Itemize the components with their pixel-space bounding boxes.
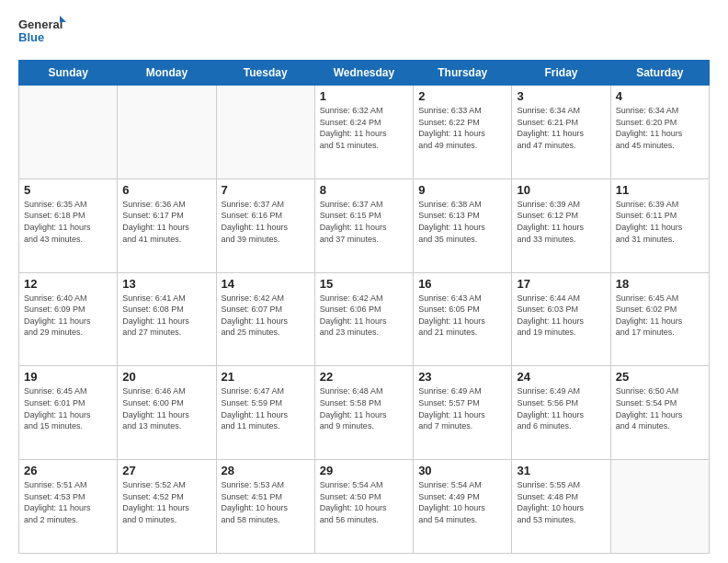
week-row-1: 1Sunrise: 6:32 AM Sunset: 6:24 PM Daylig… [19, 86, 710, 179]
day-number: 15 [320, 277, 408, 291]
day-number: 22 [320, 370, 408, 384]
day-info: Sunrise: 6:48 AM Sunset: 5:58 PM Dayligh… [320, 385, 408, 431]
day-cell: 26Sunrise: 5:51 AM Sunset: 4:53 PM Dayli… [19, 460, 118, 554]
day-number: 13 [122, 277, 210, 291]
day-number: 4 [616, 89, 704, 103]
day-number: 27 [122, 464, 210, 477]
day-number: 11 [616, 183, 704, 197]
day-cell: 9Sunrise: 6:38 AM Sunset: 6:13 PM Daylig… [414, 178, 512, 272]
day-cell: 10Sunrise: 6:39 AM Sunset: 6:12 PM Dayli… [512, 178, 610, 272]
day-number: 21 [222, 370, 310, 384]
day-info: Sunrise: 6:37 AM Sunset: 6:16 PM Dayligh… [222, 199, 310, 245]
day-cell: 30Sunrise: 5:54 AM Sunset: 4:49 PM Dayli… [414, 460, 512, 554]
col-header-wednesday: Wednesday [314, 61, 413, 86]
day-number: 3 [517, 89, 605, 103]
day-cell: 1Sunrise: 6:32 AM Sunset: 6:24 PM Daylig… [314, 86, 413, 179]
day-number: 9 [418, 183, 506, 197]
day-info: Sunrise: 6:35 AM Sunset: 6:18 PM Dayligh… [24, 199, 112, 245]
header: General Blue [18, 14, 710, 51]
day-cell: 4Sunrise: 6:34 AM Sunset: 6:20 PM Daylig… [610, 86, 709, 179]
logo: General Blue [18, 14, 69, 51]
day-info: Sunrise: 6:39 AM Sunset: 6:12 PM Dayligh… [517, 199, 605, 245]
day-info: Sunrise: 6:37 AM Sunset: 6:15 PM Dayligh… [320, 199, 408, 245]
day-info: Sunrise: 6:44 AM Sunset: 6:03 PM Dayligh… [517, 293, 605, 339]
col-header-monday: Monday [118, 61, 216, 86]
day-number: 24 [517, 370, 605, 384]
day-info: Sunrise: 5:52 AM Sunset: 4:52 PM Dayligh… [122, 479, 210, 525]
day-info: Sunrise: 6:33 AM Sunset: 6:22 PM Dayligh… [418, 105, 506, 151]
day-cell: 25Sunrise: 6:50 AM Sunset: 5:54 PM Dayli… [610, 366, 709, 460]
day-info: Sunrise: 6:47 AM Sunset: 5:59 PM Dayligh… [222, 385, 310, 431]
day-info: Sunrise: 6:42 AM Sunset: 6:07 PM Dayligh… [222, 293, 310, 339]
day-info: Sunrise: 5:53 AM Sunset: 4:51 PM Dayligh… [222, 479, 310, 525]
day-cell: 15Sunrise: 6:42 AM Sunset: 6:06 PM Dayli… [314, 272, 413, 366]
day-number: 12 [24, 277, 112, 291]
day-cell: 3Sunrise: 6:34 AM Sunset: 6:21 PM Daylig… [512, 86, 610, 179]
day-cell: 29Sunrise: 5:54 AM Sunset: 4:50 PM Dayli… [314, 460, 413, 554]
day-number: 28 [222, 464, 310, 477]
day-cell: 28Sunrise: 5:53 AM Sunset: 4:51 PM Dayli… [216, 460, 314, 554]
day-cell: 13Sunrise: 6:41 AM Sunset: 6:08 PM Dayli… [118, 272, 216, 366]
day-number: 1 [320, 89, 408, 103]
day-info: Sunrise: 6:45 AM Sunset: 6:01 PM Dayligh… [24, 385, 112, 431]
day-cell: 2Sunrise: 6:33 AM Sunset: 6:22 PM Daylig… [414, 86, 512, 179]
day-number: 26 [24, 464, 112, 477]
day-info: Sunrise: 6:38 AM Sunset: 6:13 PM Dayligh… [418, 199, 506, 245]
col-header-tuesday: Tuesday [216, 61, 314, 86]
day-cell [118, 86, 216, 179]
day-number: 16 [418, 277, 506, 291]
day-info: Sunrise: 6:40 AM Sunset: 6:09 PM Dayligh… [24, 293, 112, 339]
day-cell: 5Sunrise: 6:35 AM Sunset: 6:18 PM Daylig… [19, 178, 118, 272]
calendar-header-row: SundayMondayTuesdayWednesdayThursdayFrid… [19, 61, 710, 86]
week-row-4: 19Sunrise: 6:45 AM Sunset: 6:01 PM Dayli… [19, 366, 710, 460]
day-cell: 21Sunrise: 6:47 AM Sunset: 5:59 PM Dayli… [216, 366, 314, 460]
day-cell [216, 86, 314, 179]
day-number: 20 [122, 370, 210, 384]
page: General Blue SundayMondayTuesdayWednesda… [0, 0, 728, 563]
day-number: 14 [222, 277, 310, 291]
day-info: Sunrise: 6:32 AM Sunset: 6:24 PM Dayligh… [320, 105, 408, 151]
day-info: Sunrise: 6:50 AM Sunset: 5:54 PM Dayligh… [616, 385, 704, 431]
day-cell: 7Sunrise: 6:37 AM Sunset: 6:16 PM Daylig… [216, 178, 314, 272]
week-row-3: 12Sunrise: 6:40 AM Sunset: 6:09 PM Dayli… [19, 272, 710, 366]
svg-text:General: General [18, 17, 63, 31]
day-info: Sunrise: 5:54 AM Sunset: 4:49 PM Dayligh… [418, 479, 506, 525]
day-cell: 23Sunrise: 6:49 AM Sunset: 5:57 PM Dayli… [414, 366, 512, 460]
col-header-sunday: Sunday [19, 61, 118, 86]
week-row-2: 5Sunrise: 6:35 AM Sunset: 6:18 PM Daylig… [19, 178, 710, 272]
calendar: SundayMondayTuesdayWednesdayThursdayFrid… [18, 60, 710, 554]
day-info: Sunrise: 6:34 AM Sunset: 6:20 PM Dayligh… [616, 105, 704, 151]
day-number: 7 [222, 183, 310, 197]
col-header-saturday: Saturday [610, 61, 709, 86]
day-info: Sunrise: 6:43 AM Sunset: 6:05 PM Dayligh… [418, 293, 506, 339]
day-cell: 24Sunrise: 6:49 AM Sunset: 5:56 PM Dayli… [512, 366, 610, 460]
day-info: Sunrise: 6:49 AM Sunset: 5:57 PM Dayligh… [418, 385, 506, 431]
day-info: Sunrise: 6:36 AM Sunset: 6:17 PM Dayligh… [122, 199, 210, 245]
day-info: Sunrise: 5:51 AM Sunset: 4:53 PM Dayligh… [24, 479, 112, 525]
svg-text:Blue: Blue [18, 30, 44, 44]
logo-svg: General Blue [18, 14, 69, 51]
day-cell: 11Sunrise: 6:39 AM Sunset: 6:11 PM Dayli… [610, 178, 709, 272]
day-info: Sunrise: 5:55 AM Sunset: 4:48 PM Dayligh… [517, 479, 605, 525]
day-cell: 31Sunrise: 5:55 AM Sunset: 4:48 PM Dayli… [512, 460, 610, 554]
day-number: 2 [418, 89, 506, 103]
day-info: Sunrise: 6:42 AM Sunset: 6:06 PM Dayligh… [320, 293, 408, 339]
day-info: Sunrise: 6:46 AM Sunset: 6:00 PM Dayligh… [122, 385, 210, 431]
day-cell: 19Sunrise: 6:45 AM Sunset: 6:01 PM Dayli… [19, 366, 118, 460]
day-number: 25 [616, 370, 704, 384]
day-number: 30 [418, 464, 506, 477]
day-number: 8 [320, 183, 408, 197]
day-info: Sunrise: 6:45 AM Sunset: 6:02 PM Dayligh… [616, 293, 704, 339]
day-cell: 6Sunrise: 6:36 AM Sunset: 6:17 PM Daylig… [118, 178, 216, 272]
day-info: Sunrise: 6:39 AM Sunset: 6:11 PM Dayligh… [616, 199, 704, 245]
day-info: Sunrise: 6:34 AM Sunset: 6:21 PM Dayligh… [517, 105, 605, 151]
day-info: Sunrise: 5:54 AM Sunset: 4:50 PM Dayligh… [320, 479, 408, 525]
day-cell: 16Sunrise: 6:43 AM Sunset: 6:05 PM Dayli… [414, 272, 512, 366]
day-number: 6 [122, 183, 210, 197]
day-number: 18 [616, 277, 704, 291]
day-number: 31 [517, 464, 605, 477]
day-cell: 12Sunrise: 6:40 AM Sunset: 6:09 PM Dayli… [19, 272, 118, 366]
week-row-5: 26Sunrise: 5:51 AM Sunset: 4:53 PM Dayli… [19, 460, 710, 554]
col-header-friday: Friday [512, 61, 610, 86]
day-cell: 8Sunrise: 6:37 AM Sunset: 6:15 PM Daylig… [314, 178, 413, 272]
